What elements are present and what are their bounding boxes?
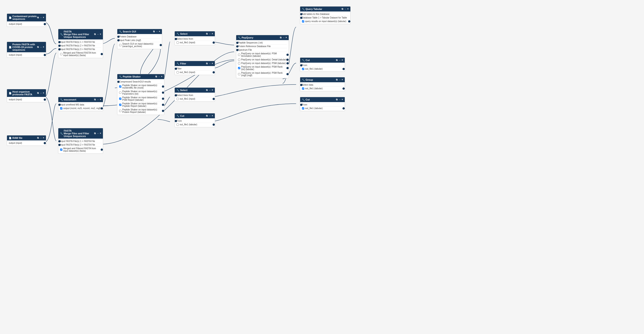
pepquery-psm-check[interactable]	[238, 62, 240, 65]
close-icon-12[interactable]: ×	[212, 89, 213, 92]
close-icon[interactable]: ×	[43, 16, 44, 19]
close-icon-14[interactable]: ×	[286, 36, 287, 39]
select2-lines-from-port[interactable]	[175, 94, 177, 97]
copy-icon-2[interactable]: ⧉	[37, 46, 39, 49]
pepquery-psm-annotation-port[interactable]	[286, 54, 289, 56]
fasta-merge2-input2-port[interactable]	[58, 144, 60, 146]
copy-icon-3[interactable]: ⧉	[37, 92, 39, 94]
pepquery-psm-rank-mgf-port[interactable]	[286, 73, 289, 75]
arrow-icon-18[interactable]: →	[338, 98, 341, 101]
close-icon-17[interactable]: ×	[342, 78, 343, 81]
close-icon-15[interactable]: ×	[347, 8, 348, 10]
pepquery-spectrum-port[interactable]	[236, 49, 238, 51]
copy-icon-6[interactable]: ⧉	[94, 98, 96, 101]
qt-db-table1-port[interactable]	[300, 17, 302, 19]
fasta-merge1-output-check[interactable]	[60, 53, 62, 55]
copy-icon-8[interactable]: ⧉	[153, 30, 155, 33]
qt-output-check[interactable]	[302, 20, 304, 23]
select2-output-port[interactable]	[212, 98, 215, 100]
cut3-output-check[interactable]	[302, 107, 304, 110]
select1-lines-from-port[interactable]	[175, 38, 177, 40]
arrow-icon[interactable]: →	[40, 16, 42, 19]
ps-mzid-check[interactable]	[119, 85, 121, 88]
ps-compressed-results-port[interactable]	[117, 81, 120, 83]
search-gui-protein-db-port[interactable]	[117, 36, 120, 38]
cut3-from-port[interactable]	[300, 104, 302, 106]
ps-params-check[interactable]	[119, 92, 121, 94]
filter1-output-check[interactable]	[176, 71, 179, 74]
pepquery-psm-rank-mgf-check[interactable]	[238, 73, 240, 75]
pepquery-psm-rank-txt-check[interactable]	[238, 67, 240, 69]
close-icon-16[interactable]: ×	[342, 59, 343, 62]
msconvert-output-port[interactable]	[101, 107, 103, 110]
pepquery-detail-check[interactable]	[238, 59, 240, 61]
raw-file-output-port[interactable]	[44, 142, 46, 144]
pepquery-detail-port[interactable]	[286, 59, 289, 61]
search-gui-peak-lists-port[interactable]	[117, 39, 120, 42]
close-icon-2[interactable]: ×	[43, 46, 44, 49]
arrow-icon-11[interactable]: →	[208, 62, 211, 65]
ps-psm-report-check[interactable]	[119, 98, 121, 100]
arrow-icon-15[interactable]: →	[344, 8, 346, 10]
protein-fasta-output-port[interactable]	[44, 54, 46, 56]
fasta-merge2-output-check[interactable]	[60, 149, 62, 151]
arrow-icon-6[interactable]: →	[96, 98, 99, 101]
ps-peptide-report-check[interactable]	[119, 104, 121, 106]
fasta-merge1-input1-port[interactable]	[58, 41, 60, 43]
pepquery-protein-ref-port[interactable]	[236, 45, 238, 48]
arrow-icon-14[interactable]: →	[282, 36, 284, 39]
arrow-icon-3[interactable]: →	[40, 92, 42, 94]
cut1-output-port[interactable]	[212, 124, 215, 126]
copy-icon-4[interactable]: ⧉	[37, 137, 39, 139]
search-gui-output-check[interactable]	[119, 44, 121, 46]
copy-icon-14[interactable]: ⧉	[280, 36, 282, 39]
cut3-output-port[interactable]	[342, 107, 345, 110]
ps-peptide-report-port[interactable]	[162, 104, 164, 106]
copy-icon-10[interactable]: ⧉	[206, 33, 208, 35]
qt-output-port[interactable]	[348, 20, 350, 23]
fasta-merge2-output-port[interactable]	[101, 149, 103, 151]
filter1-output-port[interactable]	[212, 71, 215, 74]
cut2-from-port[interactable]	[300, 64, 302, 67]
pepquery-psm-annotation-check[interactable]	[238, 54, 240, 56]
copy-icon[interactable]: ⧉	[37, 16, 39, 19]
ps-protein-report-check[interactable]	[119, 110, 121, 112]
cut2-output-check[interactable]	[302, 68, 304, 70]
close-icon-8[interactable]: ×	[159, 30, 160, 33]
search-gui-output-port[interactable]	[160, 44, 162, 46]
copy-icon-13[interactable]: ⧉	[206, 115, 208, 117]
ps-psm-report-port[interactable]	[162, 98, 164, 100]
copy-icon-12[interactable]: ⧉	[206, 89, 208, 92]
fasta-merge1-input2-port[interactable]	[58, 45, 60, 47]
close-icon-7[interactable]: ×	[100, 132, 101, 135]
cut1-output-check[interactable]	[176, 124, 179, 126]
close-icon-3[interactable]: ×	[43, 92, 44, 94]
copy-icon-16[interactable]: ⧉	[336, 59, 338, 62]
copy-icon-11[interactable]: ⧉	[206, 62, 208, 65]
close-icon-11[interactable]: ×	[212, 62, 213, 65]
copy-icon-17[interactable]: ⧉	[336, 78, 338, 81]
msconvert-output-check[interactable]	[60, 107, 62, 110]
group1-output-port[interactable]	[342, 88, 345, 90]
ps-protein-report-port[interactable]	[162, 110, 164, 112]
arrow-icon-17[interactable]: →	[338, 78, 341, 81]
qt-add-tables-port[interactable]	[300, 13, 302, 15]
ps-mzid-port[interactable]	[162, 85, 164, 88]
arrow-icon-12[interactable]: →	[208, 89, 211, 92]
select1-output-check[interactable]	[176, 42, 179, 44]
contaminant-output-port[interactable]	[44, 23, 46, 25]
close-icon-13[interactable]: ×	[212, 115, 213, 117]
pepquery-psm-rank-txt-port[interactable]	[286, 67, 289, 69]
close-icon-6[interactable]: ×	[100, 98, 101, 101]
close-icon-18[interactable]: ×	[342, 98, 343, 101]
copy-icon-15[interactable]: ⧉	[342, 8, 343, 10]
group1-output-check[interactable]	[302, 88, 304, 90]
pepquery-psm-port[interactable]	[286, 62, 289, 65]
arrow-icon-4[interactable]: →	[40, 137, 42, 139]
select2-output-check[interactable]	[176, 98, 179, 100]
arrow-icon-7[interactable]: →	[96, 132, 99, 135]
copy-icon-9[interactable]: ⧉	[155, 75, 157, 78]
pepquery-peptide-seq-port[interactable]	[236, 42, 238, 44]
msconvert-input-port[interactable]	[58, 104, 60, 106]
arrow-icon-13[interactable]: →	[208, 115, 211, 117]
